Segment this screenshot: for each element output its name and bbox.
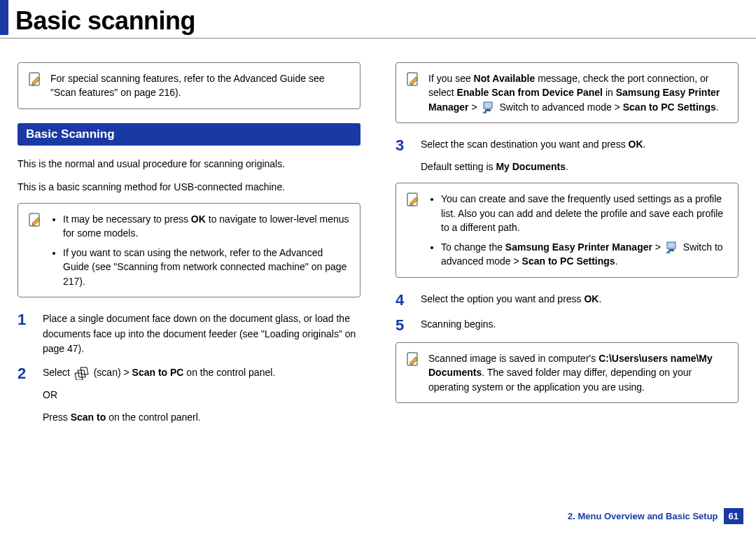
note-icon [406, 351, 420, 368]
step-item: 3 Select the scan destination you want a… [396, 137, 738, 174]
right-column: If you see Not Available message, check … [396, 55, 738, 433]
note-box: You can create and save the frequently u… [396, 183, 738, 277]
svg-rect-6 [667, 242, 676, 248]
body-paragraph: This is the normal and usual procedure f… [18, 157, 360, 171]
step-item: 5 Scanning begins. [396, 317, 738, 334]
content-columns: For special scanning features, refer to … [0, 55, 756, 433]
note-icon [406, 192, 420, 209]
left-column: For special scanning features, refer to … [18, 55, 360, 433]
step-number: 5 [396, 317, 410, 334]
step-item: 4 Select the option you want and press O… [396, 292, 738, 309]
step-line: Select (scan) > Scan to PC on the contro… [43, 365, 360, 381]
scan-icon [74, 366, 90, 380]
svg-rect-3 [484, 102, 492, 108]
note-text: If you see Not Available message, check … [428, 71, 728, 114]
step-number: 4 [396, 292, 410, 309]
title-accent-block [0, 0, 8, 35]
note-box: If you see Not Available message, check … [396, 62, 738, 123]
page-title: Basic scanning [15, 8, 195, 35]
note-icon [28, 71, 42, 88]
note-text: Scanned image is saved in computer's C:\… [428, 351, 728, 394]
footer-chapter: 2. Menu Overview and Basic Setup [568, 511, 718, 521]
footer-page-number: 61 [724, 508, 743, 524]
step-number: 2 [18, 365, 31, 425]
step-line: Press Scan to on the control panerl. [43, 410, 360, 426]
step-body: Place a single document face down on the… [43, 311, 360, 357]
step-item: 1 Place a single document face down on t… [18, 311, 360, 357]
page-footer: 2. Menu Overview and Basic Setup 61 [568, 508, 743, 524]
step-line: Default setting is My Documents. [421, 160, 738, 175]
note-list-item: You can create and save the frequently u… [441, 192, 728, 234]
step-or: OR [43, 388, 360, 403]
step-line: Scanning begins. [421, 317, 738, 332]
step-line: Select the option you want and press OK. [421, 292, 738, 307]
printer-manager-icon [665, 241, 679, 254]
note-box: It may be necessary to press OK to navig… [18, 203, 360, 297]
step-number: 3 [396, 137, 410, 174]
section-heading: Basic Scanning [18, 123, 360, 146]
note-list-item: If you want to scan using the network, r… [63, 246, 350, 288]
note-list-item: It may be necessary to press OK to navig… [63, 212, 350, 241]
note-icon [406, 71, 420, 88]
note-box: For special scanning features, refer to … [18, 62, 360, 109]
step-item: 2 Select (scan) > Scan to PC on the cont… [18, 365, 360, 425]
note-icon [28, 212, 42, 229]
note-text: For special scanning features, refer to … [50, 71, 350, 100]
step-number: 1 [18, 311, 31, 357]
step-line: Select the scan destination you want and… [421, 137, 738, 153]
note-box: Scanned image is saved in computer's C:\… [396, 342, 738, 403]
note-list-item: To change the Samsung Easy Printer Manag… [441, 240, 728, 269]
printer-manager-icon [482, 101, 496, 114]
body-paragraph: This is a basic scanning method for USB-… [18, 180, 360, 195]
title-bar: Basic scanning [0, 0, 756, 38]
